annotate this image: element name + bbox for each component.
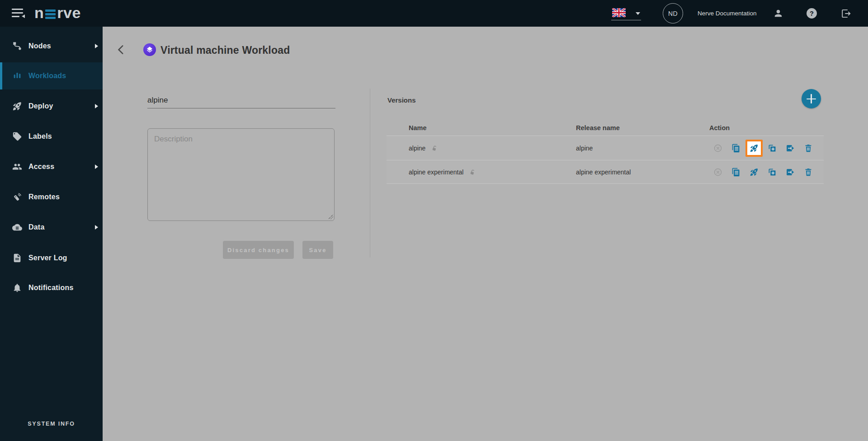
copy-version-button[interactable]: [731, 144, 741, 153]
description-textarea[interactable]: [147, 128, 335, 221]
chevron-right-icon: [95, 164, 98, 169]
rocket-icon: [12, 101, 22, 111]
chevron-right-icon: [95, 225, 98, 230]
unlock-icon: [431, 145, 438, 152]
vm-workload-badge: [143, 43, 156, 56]
discard-changes-button[interactable]: Discard changes: [223, 241, 294, 259]
description-wrap: [147, 128, 335, 221]
versions-table-header: Name Release name Action: [387, 121, 824, 136]
x-circle-icon: [713, 168, 722, 177]
people-icon: [12, 162, 22, 172]
profile-button[interactable]: [773, 0, 783, 27]
delete-version-button[interactable]: [804, 144, 813, 153]
sidebar-item-nodes[interactable]: Nodes: [0, 33, 103, 60]
sidebar: Nodes Workloads Deploy Labels Access Rem…: [0, 27, 103, 441]
menu-toggle-icon[interactable]: [12, 8, 25, 19]
logo-text-suffix: rve: [57, 4, 81, 22]
chevron-right-icon: [95, 104, 98, 108]
workloads-icon: [12, 71, 22, 81]
release-name-cell: alpine: [576, 136, 593, 160]
sidebar-item-deploy[interactable]: Deploy: [0, 93, 103, 120]
avatar-initials: ND: [668, 10, 678, 17]
system-info-link[interactable]: SYSTEM INFO: [0, 421, 103, 427]
workload-name-input[interactable]: [147, 92, 335, 108]
sidebar-item-label: Remotes: [28, 193, 60, 201]
logout-button[interactable]: [840, 0, 852, 27]
duplicate-version-button[interactable]: [768, 168, 777, 177]
duplicate-version-button[interactable]: [768, 144, 777, 153]
release-name-cell: alpine experimental: [576, 160, 631, 183]
release-name: alpine experimental: [576, 169, 631, 176]
export-icon: [786, 144, 795, 153]
undeploy-button[interactable]: [713, 144, 722, 153]
sidebar-item-label: Server Log: [28, 254, 67, 262]
save-button[interactable]: Save: [302, 241, 333, 259]
export-icon: [786, 168, 795, 177]
duplicate-icon: [768, 168, 777, 177]
add-version-button[interactable]: [802, 89, 821, 108]
workload-form: Discard changes Save: [147, 89, 335, 278]
uk-flag-icon: [612, 8, 626, 17]
x-circle-icon: [713, 144, 722, 153]
version-name: alpine: [409, 145, 425, 152]
sidebar-item-access[interactable]: Access: [0, 153, 103, 180]
rocket-icon: [750, 144, 759, 153]
export-version-button[interactable]: [786, 144, 795, 153]
tag-icon: [12, 131, 22, 141]
svg-text:?: ?: [810, 10, 814, 17]
sidebar-item-label: Notifications: [28, 284, 74, 292]
version-name: alpine experimental: [409, 169, 463, 176]
version-row: alpine alpine: [387, 136, 824, 160]
sidebar-item-data[interactable]: Data: [0, 214, 103, 241]
main-content: Virtual machine Workload Discard changes…: [103, 27, 868, 441]
bell-icon: [12, 283, 22, 293]
version-name-cell: alpine: [409, 136, 438, 160]
delete-version-button[interactable]: [804, 168, 813, 177]
row-actions: [709, 160, 813, 183]
chevron-right-icon: [95, 44, 98, 48]
back-button[interactable]: [115, 44, 127, 56]
layers-icon: [146, 46, 153, 53]
logo-text-prefix: n: [34, 4, 44, 22]
copy-version-button[interactable]: [731, 168, 741, 177]
sidebar-item-label: Nodes: [28, 42, 51, 50]
copy-icon: [731, 144, 741, 153]
documentation-link[interactable]: Nerve Documentation: [698, 0, 757, 27]
sidebar-item-labels[interactable]: Labels: [0, 123, 103, 150]
help-button[interactable]: ?: [806, 0, 817, 27]
sidebar-item-label: Deploy: [28, 102, 53, 110]
nerve-logo: n rve: [34, 4, 81, 22]
sidebar-item-notifications[interactable]: Notifications: [0, 274, 103, 301]
deploy-version-button[interactable]: [750, 168, 759, 177]
sidebar-item-workloads[interactable]: Workloads: [0, 62, 103, 89]
version-row: alpine experimental alpine experimental: [387, 160, 824, 184]
versions-panel: Versions Name Release name Action alpine…: [387, 89, 824, 220]
trash-icon: [804, 168, 813, 177]
column-header-release: Release name: [576, 124, 620, 131]
language-selector[interactable]: [611, 6, 641, 21]
deploy-version-button[interactable]: [750, 144, 759, 153]
nodes-icon: [12, 41, 22, 51]
export-version-button[interactable]: [786, 168, 795, 177]
vertical-divider: [370, 89, 370, 258]
person-icon: [773, 8, 783, 19]
version-name-cell: alpine experimental: [409, 160, 476, 183]
sidebar-item-remotes[interactable]: Remotes: [0, 183, 103, 211]
user-avatar[interactable]: ND: [663, 3, 683, 23]
remote-control-icon: [12, 192, 22, 202]
rocket-icon: [750, 168, 759, 177]
annotation-highlight-box: [745, 140, 763, 157]
sidebar-item-label: Access: [28, 163, 54, 171]
chevron-left-icon: [115, 44, 127, 56]
column-header-action: Action: [709, 124, 730, 131]
undeploy-button[interactable]: [713, 168, 722, 177]
release-name: alpine: [576, 145, 593, 152]
help-icon: ?: [806, 8, 817, 19]
versions-title: Versions: [387, 96, 416, 104]
column-header-name: Name: [409, 124, 427, 131]
sidebar-item-server-log[interactable]: Server Log: [0, 244, 103, 272]
logo-e-bars-icon: [45, 9, 56, 19]
cloud-data-icon: [12, 222, 22, 232]
top-bar: n rve ND Nerve Documentation ?: [0, 0, 868, 27]
sidebar-item-label: Workloads: [28, 72, 66, 80]
